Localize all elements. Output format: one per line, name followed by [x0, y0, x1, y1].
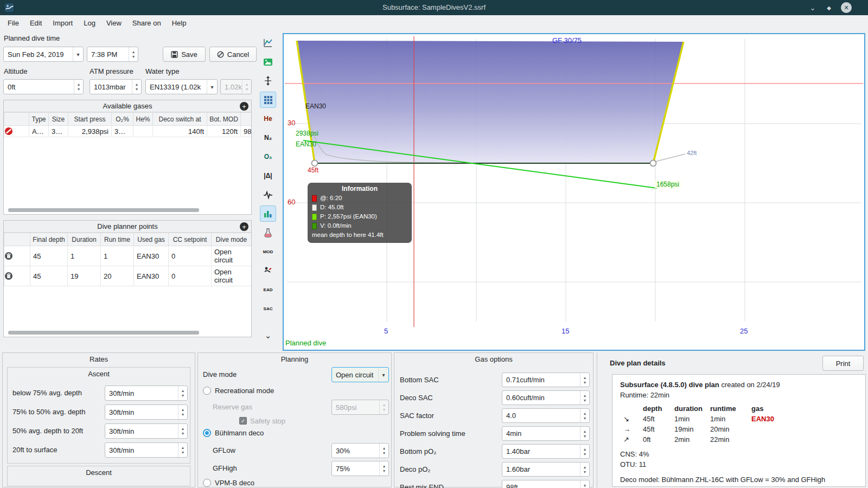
rate-spinbox-2[interactable]: 30ft/min	[105, 404, 188, 420]
rate-spinbox-1[interactable]: 30ft/min	[105, 386, 188, 401]
photos-icon[interactable]	[260, 54, 276, 70]
gas-start-press[interactable]: 2,938psi	[68, 126, 112, 137]
title-bar[interactable]: Subsurface: SampleDivesV2.ssrf ⌄ ◆ ✕	[0, 0, 868, 15]
profile-tooltip[interactable]: Information @: 6:20 D: 45.0ft P: 2,557ps…	[308, 183, 412, 243]
col-used-gas[interactable]: Used gas	[134, 233, 169, 246]
col-duration[interactable]: Duration	[68, 233, 101, 246]
spinner-arrows-icon[interactable]	[178, 443, 187, 457]
dive-plan-text[interactable]: Subsurface (4.8.5.0) dive plan created o…	[612, 374, 866, 487]
spinner-arrows-icon[interactable]	[580, 480, 589, 488]
dive-profile-chart[interactable]: GF 30/75 EAN30 2938psi EAN30 45ft 42ft 1…	[283, 33, 865, 351]
dive-time-spinbox[interactable]: 7:38 PM	[87, 47, 138, 62]
water-type-combobox[interactable]: EN13319 (1.02k	[145, 79, 218, 94]
bottom-sac-spinbox[interactable]: 0.71cuft/min	[502, 373, 590, 387]
col-mnd[interactable]: MN	[241, 113, 252, 126]
col-deco-switch[interactable]: Deco switch at	[153, 113, 207, 126]
point-mode[interactable]: Open circuit	[212, 246, 252, 266]
spinner-arrows-icon[interactable]	[178, 405, 187, 419]
point-setpoint[interactable]: 0	[169, 246, 212, 266]
col-size[interactable]: Size	[49, 113, 68, 126]
spinner-arrows-icon[interactable]	[580, 427, 589, 440]
gases-h-scrollbar[interactable]	[8, 208, 199, 212]
altitude-spinbox[interactable]: 0ft	[3, 79, 84, 94]
collapse-icon[interactable]: ⌄	[260, 328, 276, 344]
spinner-arrows-icon[interactable]	[580, 373, 589, 387]
spinner-arrows-icon[interactable]	[379, 444, 388, 458]
col-bot-mod[interactable]: Bot. MOD	[207, 113, 241, 126]
col-dive-mode[interactable]: Dive mode	[212, 233, 252, 246]
menu-help[interactable]: Help	[167, 15, 192, 31]
col-type[interactable]: Type	[29, 113, 49, 126]
combo-arrow-icon[interactable]	[73, 47, 83, 61]
measure-icon[interactable]	[260, 73, 276, 89]
dive-mode-combobox[interactable]: Open circuit	[331, 367, 389, 382]
gas-o2[interactable]: 3…	[112, 126, 133, 137]
gas-deco-switch[interactable]: 140ft	[153, 126, 207, 137]
air-density-icon[interactable]: |Δ|	[260, 168, 276, 184]
col-he[interactable]: He%	[133, 113, 153, 126]
gas-he[interactable]	[133, 126, 153, 137]
gflow-spinbox[interactable]: 30%	[331, 443, 389, 458]
add-gas-button[interactable]: +	[240, 102, 248, 111]
safety-stop-checkbox[interactable]	[239, 417, 247, 425]
point-runtime[interactable]: 20	[101, 266, 134, 286]
spinner-arrows-icon[interactable]	[580, 445, 589, 458]
vpmb-deco-radio[interactable]	[203, 479, 211, 487]
menu-share-on[interactable]: Share on	[127, 15, 167, 31]
delete-point-icon[interactable]	[4, 272, 30, 280]
recreational-mode-radio[interactable]	[203, 387, 211, 395]
close-button[interactable]: ✕	[841, 2, 852, 13]
chart-scale-icon[interactable]	[260, 35, 276, 51]
atm-pressure-spinbox[interactable]: 1013mbar	[90, 79, 142, 94]
oxygen-graph-icon[interactable]: O₂	[260, 149, 276, 165]
problem-time-spinbox[interactable]: 4min	[502, 426, 590, 441]
deco-po2-spinbox[interactable]: 1.60bar	[502, 462, 590, 477]
buhlmann-deco-radio[interactable]	[203, 429, 211, 437]
point-runtime[interactable]: 1	[101, 246, 134, 266]
grid-icon[interactable]	[260, 92, 276, 108]
sac-icon[interactable]: SAC	[260, 300, 276, 317]
spinner-arrows-icon[interactable]	[379, 461, 388, 476]
spinner-arrows-icon[interactable]	[580, 391, 589, 404]
menu-edit[interactable]: Edit	[24, 15, 47, 31]
menu-file[interactable]: File	[2, 15, 24, 31]
menu-log[interactable]: Log	[78, 15, 101, 31]
col-run-time[interactable]: Run time	[101, 233, 134, 246]
planner-point-row[interactable]: 45 19 20 EAN30 0 Open circuit	[4, 266, 252, 286]
col-o2[interactable]: O₂%	[112, 113, 133, 126]
points-h-scrollbar[interactable]	[8, 331, 199, 335]
deco-sac-spinbox[interactable]: 0.60cuft/min	[502, 390, 590, 405]
spinner-arrows-icon[interactable]	[580, 409, 589, 422]
nitrogen-graph-icon[interactable]: N₂	[260, 130, 276, 146]
gas-pressures-icon[interactable]	[260, 206, 276, 222]
point-duration[interactable]: 1	[68, 246, 101, 266]
bottom-po2-spinbox[interactable]: 1.40bar	[502, 444, 590, 459]
spinner-arrows-icon[interactable]	[580, 463, 589, 476]
combo-arrow-icon[interactable]	[207, 80, 217, 94]
best-mix-end-spinbox[interactable]: 98ft	[502, 480, 590, 488]
gas-type[interactable]: A…	[29, 126, 49, 137]
spinner-arrows-icon[interactable]	[178, 386, 187, 400]
point-setpoint[interactable]: 0	[169, 266, 212, 286]
combo-arrow-icon[interactable]	[378, 368, 388, 382]
point-gas[interactable]: EAN30	[134, 266, 169, 286]
menu-import[interactable]: Import	[47, 15, 78, 31]
gas-row[interactable]: A… 3… 2,938psi 3… 140ft 120ft 98…	[4, 126, 252, 137]
point-gas[interactable]: EAN30	[134, 246, 169, 266]
print-button[interactable]: Print	[822, 356, 864, 371]
sac-factor-spinbox[interactable]: 4.0	[502, 408, 590, 423]
remove-cylinder-icon[interactable]	[4, 127, 29, 136]
point-mode[interactable]: Open circuit	[212, 266, 252, 286]
spinner-arrows-icon[interactable]	[132, 80, 141, 94]
waypoint-handle[interactable]	[650, 160, 656, 166]
point-depth[interactable]: 45	[30, 266, 68, 286]
rate-spinbox-4[interactable]: 30ft/min	[105, 442, 188, 458]
spinner-arrows-icon[interactable]	[129, 47, 138, 61]
col-cc-setpoint[interactable]: CC setpoint	[169, 233, 212, 246]
save-button[interactable]: Save	[163, 47, 206, 62]
cancel-button[interactable]: Cancel	[209, 47, 257, 62]
tissues-icon[interactable]	[260, 224, 276, 241]
gas-bot-mod[interactable]: 120ft	[207, 126, 241, 137]
col-start-press[interactable]: Start press	[68, 113, 112, 126]
point-depth[interactable]: 45	[30, 246, 68, 266]
